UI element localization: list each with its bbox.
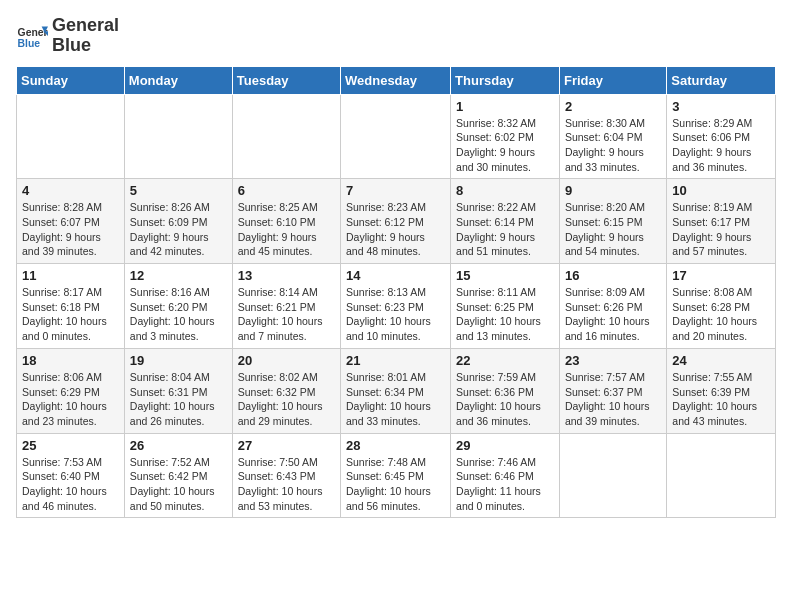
day-number: 14 bbox=[346, 268, 445, 283]
logo: General Blue General Blue bbox=[16, 16, 119, 56]
logo-text-blue: Blue bbox=[52, 36, 119, 56]
day-number: 3 bbox=[672, 99, 770, 114]
day-number: 13 bbox=[238, 268, 335, 283]
day-number: 20 bbox=[238, 353, 335, 368]
calendar-cell bbox=[667, 433, 776, 518]
calendar-cell: 8Sunrise: 8:22 AM Sunset: 6:14 PM Daylig… bbox=[451, 179, 560, 264]
weekday-header-tuesday: Tuesday bbox=[232, 66, 340, 94]
calendar-cell: 26Sunrise: 7:52 AM Sunset: 6:42 PM Dayli… bbox=[124, 433, 232, 518]
weekday-header-row: SundayMondayTuesdayWednesdayThursdayFrid… bbox=[17, 66, 776, 94]
day-info: Sunrise: 8:06 AM Sunset: 6:29 PM Dayligh… bbox=[22, 370, 119, 429]
calendar-cell bbox=[124, 94, 232, 179]
logo-icon: General Blue bbox=[16, 20, 48, 52]
calendar-cell: 18Sunrise: 8:06 AM Sunset: 6:29 PM Dayli… bbox=[17, 348, 125, 433]
day-number: 18 bbox=[22, 353, 119, 368]
calendar-cell: 23Sunrise: 7:57 AM Sunset: 6:37 PM Dayli… bbox=[559, 348, 666, 433]
day-number: 21 bbox=[346, 353, 445, 368]
logo-text-general: General bbox=[52, 16, 119, 36]
day-info: Sunrise: 8:04 AM Sunset: 6:31 PM Dayligh… bbox=[130, 370, 227, 429]
week-row-5: 25Sunrise: 7:53 AM Sunset: 6:40 PM Dayli… bbox=[17, 433, 776, 518]
weekday-header-monday: Monday bbox=[124, 66, 232, 94]
day-info: Sunrise: 8:32 AM Sunset: 6:02 PM Dayligh… bbox=[456, 116, 554, 175]
day-number: 27 bbox=[238, 438, 335, 453]
calendar-cell: 2Sunrise: 8:30 AM Sunset: 6:04 PM Daylig… bbox=[559, 94, 666, 179]
day-number: 17 bbox=[672, 268, 770, 283]
day-number: 25 bbox=[22, 438, 119, 453]
day-number: 26 bbox=[130, 438, 227, 453]
calendar-cell bbox=[17, 94, 125, 179]
day-number: 29 bbox=[456, 438, 554, 453]
week-row-2: 4Sunrise: 8:28 AM Sunset: 6:07 PM Daylig… bbox=[17, 179, 776, 264]
day-number: 2 bbox=[565, 99, 661, 114]
day-info: Sunrise: 8:11 AM Sunset: 6:25 PM Dayligh… bbox=[456, 285, 554, 344]
day-number: 15 bbox=[456, 268, 554, 283]
day-info: Sunrise: 8:01 AM Sunset: 6:34 PM Dayligh… bbox=[346, 370, 445, 429]
weekday-header-friday: Friday bbox=[559, 66, 666, 94]
day-number: 6 bbox=[238, 183, 335, 198]
day-info: Sunrise: 7:55 AM Sunset: 6:39 PM Dayligh… bbox=[672, 370, 770, 429]
day-number: 10 bbox=[672, 183, 770, 198]
day-info: Sunrise: 7:53 AM Sunset: 6:40 PM Dayligh… bbox=[22, 455, 119, 514]
weekday-header-saturday: Saturday bbox=[667, 66, 776, 94]
day-number: 8 bbox=[456, 183, 554, 198]
weekday-header-thursday: Thursday bbox=[451, 66, 560, 94]
day-number: 16 bbox=[565, 268, 661, 283]
day-info: Sunrise: 7:57 AM Sunset: 6:37 PM Dayligh… bbox=[565, 370, 661, 429]
calendar-cell: 22Sunrise: 7:59 AM Sunset: 6:36 PM Dayli… bbox=[451, 348, 560, 433]
calendar-cell bbox=[341, 94, 451, 179]
week-row-1: 1Sunrise: 8:32 AM Sunset: 6:02 PM Daylig… bbox=[17, 94, 776, 179]
day-info: Sunrise: 8:08 AM Sunset: 6:28 PM Dayligh… bbox=[672, 285, 770, 344]
calendar-table: SundayMondayTuesdayWednesdayThursdayFrid… bbox=[16, 66, 776, 519]
day-info: Sunrise: 8:19 AM Sunset: 6:17 PM Dayligh… bbox=[672, 200, 770, 259]
day-number: 28 bbox=[346, 438, 445, 453]
calendar-cell bbox=[559, 433, 666, 518]
calendar-cell: 29Sunrise: 7:46 AM Sunset: 6:46 PM Dayli… bbox=[451, 433, 560, 518]
calendar-cell: 4Sunrise: 8:28 AM Sunset: 6:07 PM Daylig… bbox=[17, 179, 125, 264]
calendar-cell: 15Sunrise: 8:11 AM Sunset: 6:25 PM Dayli… bbox=[451, 264, 560, 349]
calendar-cell: 12Sunrise: 8:16 AM Sunset: 6:20 PM Dayli… bbox=[124, 264, 232, 349]
day-number: 11 bbox=[22, 268, 119, 283]
day-info: Sunrise: 7:50 AM Sunset: 6:43 PM Dayligh… bbox=[238, 455, 335, 514]
day-info: Sunrise: 8:17 AM Sunset: 6:18 PM Dayligh… bbox=[22, 285, 119, 344]
calendar-cell: 14Sunrise: 8:13 AM Sunset: 6:23 PM Dayli… bbox=[341, 264, 451, 349]
calendar-cell: 3Sunrise: 8:29 AM Sunset: 6:06 PM Daylig… bbox=[667, 94, 776, 179]
day-info: Sunrise: 8:28 AM Sunset: 6:07 PM Dayligh… bbox=[22, 200, 119, 259]
day-info: Sunrise: 8:09 AM Sunset: 6:26 PM Dayligh… bbox=[565, 285, 661, 344]
day-info: Sunrise: 8:25 AM Sunset: 6:10 PM Dayligh… bbox=[238, 200, 335, 259]
calendar-cell bbox=[232, 94, 340, 179]
weekday-header-sunday: Sunday bbox=[17, 66, 125, 94]
day-info: Sunrise: 8:29 AM Sunset: 6:06 PM Dayligh… bbox=[672, 116, 770, 175]
header: General Blue General Blue bbox=[16, 16, 776, 56]
week-row-3: 11Sunrise: 8:17 AM Sunset: 6:18 PM Dayli… bbox=[17, 264, 776, 349]
day-info: Sunrise: 8:16 AM Sunset: 6:20 PM Dayligh… bbox=[130, 285, 227, 344]
day-info: Sunrise: 8:26 AM Sunset: 6:09 PM Dayligh… bbox=[130, 200, 227, 259]
calendar-cell: 27Sunrise: 7:50 AM Sunset: 6:43 PM Dayli… bbox=[232, 433, 340, 518]
svg-text:Blue: Blue bbox=[18, 38, 41, 49]
day-number: 5 bbox=[130, 183, 227, 198]
day-info: Sunrise: 8:20 AM Sunset: 6:15 PM Dayligh… bbox=[565, 200, 661, 259]
calendar-cell: 9Sunrise: 8:20 AM Sunset: 6:15 PM Daylig… bbox=[559, 179, 666, 264]
calendar-cell: 16Sunrise: 8:09 AM Sunset: 6:26 PM Dayli… bbox=[559, 264, 666, 349]
day-number: 9 bbox=[565, 183, 661, 198]
calendar-cell: 6Sunrise: 8:25 AM Sunset: 6:10 PM Daylig… bbox=[232, 179, 340, 264]
week-row-4: 18Sunrise: 8:06 AM Sunset: 6:29 PM Dayli… bbox=[17, 348, 776, 433]
calendar-cell: 17Sunrise: 8:08 AM Sunset: 6:28 PM Dayli… bbox=[667, 264, 776, 349]
day-number: 19 bbox=[130, 353, 227, 368]
calendar-cell: 10Sunrise: 8:19 AM Sunset: 6:17 PM Dayli… bbox=[667, 179, 776, 264]
calendar-cell: 24Sunrise: 7:55 AM Sunset: 6:39 PM Dayli… bbox=[667, 348, 776, 433]
day-number: 1 bbox=[456, 99, 554, 114]
calendar-cell: 21Sunrise: 8:01 AM Sunset: 6:34 PM Dayli… bbox=[341, 348, 451, 433]
day-number: 12 bbox=[130, 268, 227, 283]
day-number: 24 bbox=[672, 353, 770, 368]
day-info: Sunrise: 7:48 AM Sunset: 6:45 PM Dayligh… bbox=[346, 455, 445, 514]
calendar-cell: 25Sunrise: 7:53 AM Sunset: 6:40 PM Dayli… bbox=[17, 433, 125, 518]
day-info: Sunrise: 8:30 AM Sunset: 6:04 PM Dayligh… bbox=[565, 116, 661, 175]
calendar-cell: 19Sunrise: 8:04 AM Sunset: 6:31 PM Dayli… bbox=[124, 348, 232, 433]
weekday-header-wednesday: Wednesday bbox=[341, 66, 451, 94]
day-info: Sunrise: 7:59 AM Sunset: 6:36 PM Dayligh… bbox=[456, 370, 554, 429]
calendar-cell: 13Sunrise: 8:14 AM Sunset: 6:21 PM Dayli… bbox=[232, 264, 340, 349]
day-number: 22 bbox=[456, 353, 554, 368]
calendar-cell: 28Sunrise: 7:48 AM Sunset: 6:45 PM Dayli… bbox=[341, 433, 451, 518]
day-info: Sunrise: 8:14 AM Sunset: 6:21 PM Dayligh… bbox=[238, 285, 335, 344]
calendar-cell: 7Sunrise: 8:23 AM Sunset: 6:12 PM Daylig… bbox=[341, 179, 451, 264]
